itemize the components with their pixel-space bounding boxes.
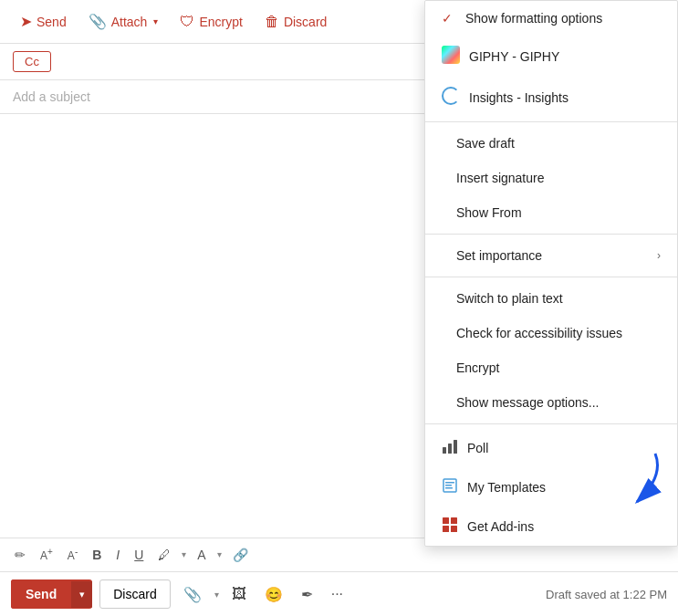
menu-divider-4 [425,423,677,424]
attach-icon: 📎 [89,13,107,30]
menu-item-encrypt[interactable]: Encrypt [425,350,677,385]
encrypt-icon: 🛡 [180,14,194,30]
menu-label-switch-plain: Switch to plain text [456,291,563,306]
menu-item-insights[interactable]: Insights - Insights [425,77,677,118]
attach-label: Attach [111,15,148,29]
italic-btn[interactable]: I [112,545,123,565]
signature-btn[interactable]: ✒ [296,582,318,607]
send-label: Send [37,15,67,29]
menu-divider-1 [425,121,677,122]
menu-item-save-draft[interactable]: Save draft [425,126,677,161]
svg-rect-10 [451,526,457,532]
svg-rect-5 [445,485,452,486]
subject-placeholder: Add a subject [13,89,90,104]
addins-icon [442,517,458,536]
menu-item-insert-signature[interactable]: Insert signature [425,161,677,195]
discard-action-button[interactable]: Discard [99,579,170,609]
menu-item-accessibility[interactable]: Check for accessibility issues [425,316,677,350]
attach-dropdown-icon: ▾ [153,16,158,26]
svg-rect-1 [448,444,452,454]
font-size-decrease-btn[interactable]: A- [64,544,81,565]
send-dropdown-button[interactable]: ▾ [71,581,92,608]
menu-divider-3 [425,277,677,277]
menu-label-my-templates: My Templates [467,480,546,495]
dropdown-menu: Show formatting options GIPHY - GIPHY In… [424,0,678,547]
send-icon: ➤ [20,13,32,30]
menu-label-get-add-ins: Get Add-ins [467,519,534,534]
menu-label-show-from: Show From [456,205,522,220]
menu-label-poll: Poll [467,441,488,455]
underline-btn[interactable]: U [130,545,147,565]
svg-rect-9 [443,526,449,532]
discard-label: Discard [284,15,327,29]
highlight-dropdown[interactable]: ▾ [182,549,186,559]
menu-item-get-add-ins[interactable]: Get Add-ins [425,506,677,546]
menu-item-show-formatting[interactable]: Show formatting options [425,1,677,36]
menu-item-my-templates[interactable]: My Templates [425,467,677,506]
bold-btn[interactable]: B [89,545,105,565]
draft-status: Draft saved at 1:22 PM [546,588,667,601]
menu-divider-2 [425,234,677,235]
more-options-btn[interactable]: ··· [326,582,349,606]
insights-icon [442,87,460,108]
menu-item-giphy[interactable]: GIPHY - GIPHY [425,36,677,77]
link-btn[interactable]: 🔗 [229,545,252,565]
svg-rect-6 [445,487,453,489]
image-btn[interactable]: 🖼 [226,582,252,606]
font-color-dropdown[interactable]: ▾ [217,549,222,559]
svg-rect-2 [454,440,457,454]
pencil-format-btn[interactable]: ✏ [11,545,29,565]
emoji-btn[interactable]: 😊 [259,582,288,607]
menu-label-save-draft: Save draft [456,136,515,151]
menu-label-set-importance: Set importance [456,248,542,263]
templates-icon [442,477,458,496]
attach-action-btn[interactable]: 📎 [178,582,207,607]
cc-badge[interactable]: Cc [13,51,51,72]
menu-label-show-message-options: Show message options... [456,395,599,410]
svg-rect-7 [443,517,449,524]
send-main-button[interactable]: Send [11,579,71,609]
encrypt-button[interactable]: 🛡 Encrypt [171,8,251,36]
send-btn-group: Send ▾ [11,579,92,609]
importance-arrow-icon: › [657,249,661,262]
poll-icon [442,438,458,457]
send-button[interactable]: ➤ Send [11,7,76,36]
menu-label-insert-signature: Insert signature [456,171,545,185]
svg-rect-4 [445,482,454,484]
menu-item-switch-plain[interactable]: Switch to plain text [425,281,677,316]
menu-item-show-message-options[interactable]: Show message options... [425,385,677,420]
encrypt-label: Encrypt [199,15,242,29]
trash-icon: 🗑 [265,14,279,30]
menu-item-set-importance[interactable]: Set importance › [425,238,677,273]
discard-button[interactable]: 🗑 Discard [256,8,336,36]
font-color-btn[interactable]: A [193,545,209,565]
menu-label-show-formatting: Show formatting options [465,11,602,26]
highlight-btn[interactable]: 🖊 [154,545,174,565]
menu-label-accessibility: Check for accessibility issues [456,326,622,340]
menu-item-poll[interactable]: Poll [425,428,677,467]
font-size-btn[interactable]: A+ [37,544,57,565]
menu-label-insights: Insights - Insights [469,90,568,105]
menu-label-encrypt: Encrypt [456,360,499,375]
giphy-icon [442,46,460,67]
attach-button[interactable]: 📎 Attach ▾ [79,7,168,36]
svg-rect-0 [443,447,446,454]
attach-action-dropdown[interactable]: ▾ [214,590,219,600]
action-bar: Send ▾ Discard 📎 ▾ 🖼 😊 ✒ ··· Draft saved… [0,571,678,616]
menu-label-giphy: GIPHY - GIPHY [469,49,559,64]
svg-rect-8 [451,517,457,524]
menu-item-show-from[interactable]: Show From [425,195,677,230]
